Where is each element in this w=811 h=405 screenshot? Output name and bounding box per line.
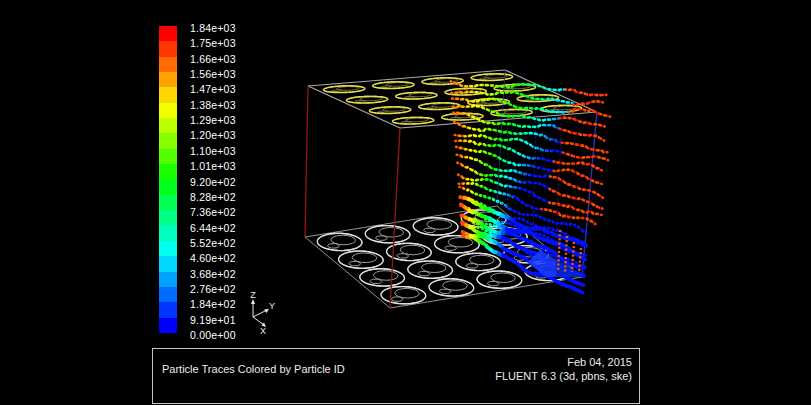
swirl-outer (352, 266, 412, 289)
trace-segment (598, 150, 603, 151)
swirl-dots (331, 248, 391, 271)
trace-segment (527, 143, 532, 146)
caption-meta: Feb 04, 2015 FLUENT 6.3 (3d, pbns, ske) (495, 356, 632, 383)
trace-segment (598, 214, 603, 215)
swirl-trace (310, 231, 370, 254)
caption-date: Feb 04, 2015 (495, 356, 632, 370)
trace-segment (514, 196, 519, 199)
swirl-dots (422, 276, 482, 299)
trace-segment (550, 125, 555, 126)
swirl-trace (406, 215, 466, 238)
swirl-outer (422, 276, 482, 299)
trace-segment (510, 163, 515, 164)
top-edge (308, 70, 505, 86)
swirl-trace (390, 91, 442, 100)
swirl-dots (470, 268, 530, 291)
swirl-trace (341, 95, 393, 104)
trace-segment (599, 102, 604, 103)
z-axis-label: Z (250, 290, 256, 300)
left-edge (305, 86, 308, 237)
swirl-dots (387, 116, 439, 125)
swirl-dots (374, 284, 434, 307)
swirl-outer (406, 215, 466, 238)
y-axis-line (253, 310, 267, 317)
swirl-outer (379, 241, 439, 264)
swirl-dots (466, 73, 518, 82)
swirl-outer (331, 248, 391, 271)
viewport-3d[interactable]: ZYX (0, 0, 811, 405)
floor-edge (305, 237, 390, 308)
swirl-trace (400, 258, 460, 281)
swirl-dots (390, 91, 442, 100)
swirl-trace (466, 73, 518, 82)
swirl-dots (400, 258, 460, 281)
trace-segment (598, 168, 603, 171)
trace-segment (579, 228, 583, 231)
trace-segment (568, 102, 573, 103)
trace-segment (604, 159, 609, 161)
swirl-outer (374, 284, 434, 307)
swirl-dots (341, 95, 393, 104)
front-edge (390, 128, 400, 308)
swirl-trace (374, 284, 434, 307)
swirl-trace (352, 266, 412, 289)
caption-version: FLUENT 6.3 (3d, pbns, ske) (495, 370, 632, 384)
trace-segment (470, 141, 475, 142)
trace-segment (583, 176, 588, 178)
trace-segment (579, 284, 583, 285)
trace-segment (588, 212, 593, 213)
trace-segment (601, 125, 606, 126)
trace-segment (581, 266, 585, 267)
swirl-trace (470, 268, 530, 291)
swirl-dots (318, 85, 370, 94)
trace-segment (457, 155, 462, 156)
swirl-dots (352, 266, 412, 289)
trace-segment (606, 116, 611, 117)
interior-line (555, 108, 562, 263)
axis-triad: ZYX (250, 290, 275, 336)
trace-segment (579, 291, 583, 293)
trace-segment (601, 138, 606, 141)
swirl-dots (379, 241, 439, 264)
trace-segment (598, 183, 603, 185)
trace-segment (583, 145, 588, 147)
swirl-dots (358, 223, 418, 246)
swirl-trace (318, 85, 370, 94)
swirl-outer (310, 231, 370, 254)
swirl-trace (379, 241, 439, 264)
trace-segment (541, 135, 546, 137)
x-axis-line (253, 317, 264, 325)
swirl-trace (331, 248, 391, 271)
caption-title: Particle Traces Colored by Particle ID (162, 363, 345, 375)
trace-segment (463, 99, 468, 100)
swirl-dots (364, 106, 416, 115)
fluent-graphics-window: 1.84e+031.75e+031.66e+031.56e+031.47e+03… (0, 0, 811, 405)
trace-segment (555, 212, 560, 214)
trace-segment (598, 207, 603, 208)
trace-segment (592, 222, 597, 225)
swirl-trace (358, 223, 418, 246)
swirl-outer (358, 223, 418, 246)
swirl-outer (400, 258, 460, 281)
caption-box: Particle Traces Colored by Particle ID F… (152, 348, 640, 404)
trace-segment (582, 242, 586, 245)
swirl-outer (470, 268, 530, 291)
trace-segment (552, 139, 557, 141)
swirl-dots (406, 215, 466, 238)
trace-segment (549, 228, 553, 229)
trace-segment (571, 90, 576, 91)
trace-segment (581, 257, 585, 259)
swirl-trace (364, 106, 416, 115)
trace-segment (569, 111, 574, 112)
y-axis-label: Y (269, 301, 275, 311)
x-axis-label: X (260, 326, 266, 336)
swirl-dots (310, 231, 370, 254)
trace-segment (599, 195, 604, 198)
swirl-dots (367, 81, 419, 90)
swirl-trace (387, 116, 439, 125)
swirl-trace (422, 276, 482, 299)
swirl-trace (367, 81, 419, 90)
